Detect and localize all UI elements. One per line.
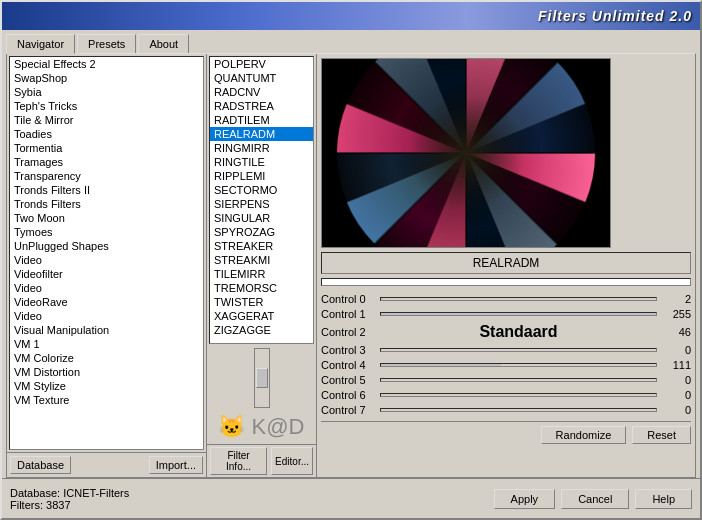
nav-item[interactable]: VM Stylize: [10, 379, 203, 393]
filter-item[interactable]: QUANTUMT: [210, 71, 313, 85]
database-button[interactable]: Database: [10, 456, 71, 474]
filter-item[interactable]: STREAKMI: [210, 253, 313, 267]
help-button[interactable]: Help: [635, 489, 692, 509]
control-slider[interactable]: [380, 393, 657, 397]
nav-item[interactable]: Tronds Filters II: [10, 183, 203, 197]
filter-item[interactable]: RINGMIRR: [210, 141, 313, 155]
nav-item[interactable]: Tymoes: [10, 225, 203, 239]
control-value: 2: [661, 293, 691, 305]
nav-item[interactable]: Visual Manipulation: [10, 323, 203, 337]
filter-item[interactable]: SPYROZAG: [210, 225, 313, 239]
filter-item[interactable]: POLPERV: [210, 57, 313, 71]
tab-navigator[interactable]: Navigator: [6, 34, 75, 54]
filter-list[interactable]: POLPERVQUANTUMTRADCNVRADSTREARADTILEMREA…: [209, 56, 314, 344]
control-label: Control 7: [321, 404, 376, 416]
filter-item[interactable]: RADCNV: [210, 85, 313, 99]
main-content: Special Effects 2SwapShopSybiaTeph's Tri…: [6, 53, 696, 478]
nav-item[interactable]: VM Distortion: [10, 365, 203, 379]
title-bar: Filters Unlimited 2.0: [2, 2, 700, 30]
filter-item[interactable]: SIERPENS: [210, 197, 313, 211]
reset-button[interactable]: Reset: [632, 426, 691, 444]
control-slider[interactable]: [380, 348, 657, 352]
filter-item[interactable]: SECTORMO: [210, 183, 313, 197]
middle-bottom: 🐱 K@D: [207, 410, 316, 444]
status-left: Database: ICNET-Filters Filters: 3837: [10, 487, 129, 511]
filter-item[interactable]: STREAKER: [210, 239, 313, 253]
nav-item[interactable]: SwapShop: [10, 71, 203, 85]
nav-item[interactable]: Video: [10, 309, 203, 323]
app-title: Filters Unlimited 2.0: [538, 8, 692, 24]
right-panel: REALRADM Control 02Control 1255Control 2…: [317, 54, 695, 477]
randomize-button[interactable]: Randomize: [541, 426, 627, 444]
filter-item[interactable]: RADSTREA: [210, 99, 313, 113]
apply-button[interactable]: Apply: [494, 489, 556, 509]
nav-item[interactable]: Videofilter: [10, 267, 203, 281]
control-value: 0: [661, 374, 691, 386]
tab-presets[interactable]: Presets: [77, 34, 136, 53]
control-slider[interactable]: [380, 312, 657, 316]
nav-item[interactable]: Special Effects 2: [10, 57, 203, 71]
filter-item[interactable]: XAGGERAT: [210, 309, 313, 323]
main-window: Filters Unlimited 2.0 Navigator Presets …: [0, 0, 702, 520]
control-slider[interactable]: [380, 378, 657, 382]
nav-item[interactable]: Video: [10, 253, 203, 267]
nav-item[interactable]: VM Texture: [10, 393, 203, 407]
nav-item[interactable]: Tile & Mirror: [10, 113, 203, 127]
control-row: Control 1255: [321, 307, 691, 321]
control-label: Control 2: [321, 326, 376, 338]
cancel-button[interactable]: Cancel: [561, 489, 629, 509]
control-row: Control 70: [321, 403, 691, 417]
control-label: Control 4: [321, 359, 376, 371]
control-label: Control 6: [321, 389, 376, 401]
nav-item[interactable]: UnPlugged Shapes: [10, 239, 203, 253]
nav-item[interactable]: Transparency: [10, 169, 203, 183]
filter-item[interactable]: TREMORSC: [210, 281, 313, 295]
left-panel: Special Effects 2SwapShopSybiaTeph's Tri…: [7, 54, 207, 477]
nav-item[interactable]: Tronds Filters: [10, 197, 203, 211]
filter-item[interactable]: REALRADM: [210, 127, 313, 141]
preview-canvas: [322, 59, 610, 247]
control-slider[interactable]: [380, 363, 657, 367]
right-bottom-buttons: Randomize Reset: [321, 421, 691, 444]
scroll-indicator[interactable]: [254, 348, 270, 408]
control-label: Control 5: [321, 374, 376, 386]
control-value: 0: [661, 404, 691, 416]
nav-item[interactable]: Video: [10, 281, 203, 295]
control-slider[interactable]: [380, 297, 657, 301]
control-row: Control 30: [321, 343, 691, 357]
editor-button[interactable]: Editor...: [271, 447, 313, 475]
scroll-thumb[interactable]: [256, 368, 268, 388]
filter-item[interactable]: RINGTILE: [210, 155, 313, 169]
nav-item[interactable]: Tormentia: [10, 141, 203, 155]
filter-info-button[interactable]: Filter Info...: [210, 447, 267, 475]
nav-item[interactable]: Teph's Tricks: [10, 99, 203, 113]
control-row: Control 50: [321, 373, 691, 387]
nav-item[interactable]: Toadies: [10, 127, 203, 141]
control-slider[interactable]: [380, 408, 657, 412]
filter-item[interactable]: TWISTER: [210, 295, 313, 309]
tab-about[interactable]: About: [138, 34, 189, 53]
nav-item[interactable]: Sybia: [10, 85, 203, 99]
filter-item[interactable]: TILEMIRR: [210, 267, 313, 281]
filter-name-display: REALRADM: [321, 252, 691, 274]
control-value: 0: [661, 389, 691, 401]
nav-item[interactable]: VideoRave: [10, 295, 203, 309]
nav-item[interactable]: Two Moon: [10, 211, 203, 225]
control-row: Control 02: [321, 292, 691, 306]
kat-logo: 🐱 K@D: [218, 414, 304, 440]
standaard-label: Standaard: [376, 323, 661, 341]
nav-list[interactable]: Special Effects 2SwapShopSybiaTeph's Tri…: [9, 56, 204, 450]
filter-item[interactable]: SINGULAR: [210, 211, 313, 225]
nav-item[interactable]: Tramages: [10, 155, 203, 169]
import-button[interactable]: Import...: [149, 456, 203, 474]
control-value: 0: [661, 344, 691, 356]
control-row: Control 60: [321, 388, 691, 402]
filter-item[interactable]: RIPPLEMI: [210, 169, 313, 183]
nav-item[interactable]: VM Colorize: [10, 351, 203, 365]
nav-item[interactable]: VM 1: [10, 337, 203, 351]
control-label: Control 3: [321, 344, 376, 356]
filter-item[interactable]: ZIGZAGGE: [210, 323, 313, 337]
left-bottom-buttons: Database Import...: [7, 452, 206, 477]
filter-item[interactable]: RADTILEM: [210, 113, 313, 127]
controls-grid: Control 02Control 1255Control 2Standaard…: [321, 292, 691, 417]
